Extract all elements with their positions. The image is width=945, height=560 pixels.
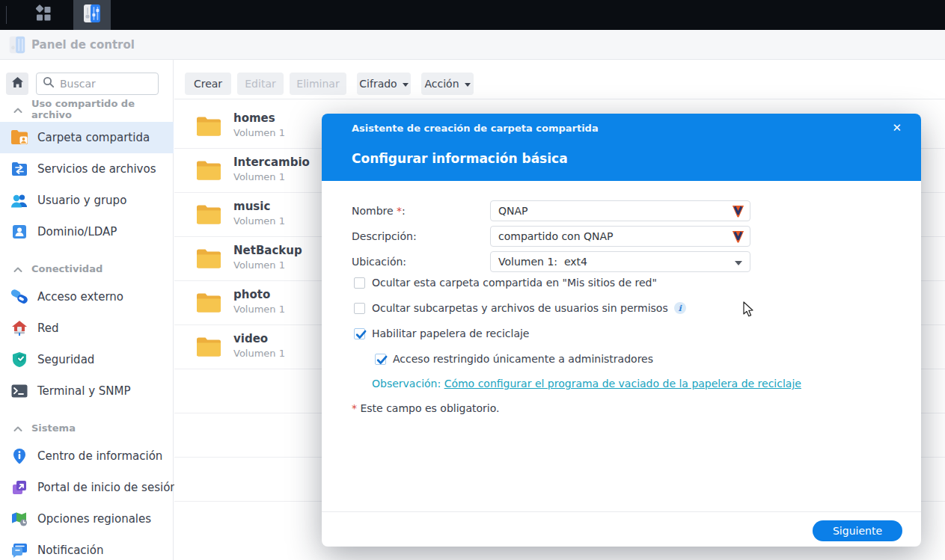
- file-services-icon: [10, 160, 28, 178]
- sidebar-item-notification[interactable]: Notificación: [0, 535, 174, 560]
- sidebar-item-shared-folder[interactable]: Carpeta compartida: [0, 122, 174, 153]
- sidebar-item-info-center[interactable]: Centro de información: [0, 440, 174, 472]
- apps-grid-icon: [34, 4, 52, 25]
- name-input[interactable]: QNAP: [490, 200, 750, 221]
- hide-subfolders-checkbox-row: Ocultar subcarpetas y archivos de usuari…: [354, 302, 686, 314]
- folder-volume: Volumen 1: [233, 171, 285, 182]
- taskbar-control-panel-button[interactable]: [73, 0, 111, 30]
- caret-down-icon: [465, 83, 471, 87]
- close-icon[interactable]: ✕: [889, 120, 905, 136]
- note-label: Observación:: [372, 378, 441, 390]
- sidebar-item-label: Portal de inicio de sesión: [37, 481, 177, 494]
- location-select[interactable]: Volumen 1: ext4: [490, 251, 750, 272]
- form-filler-extension-icon[interactable]: [731, 204, 745, 221]
- search-icon: [43, 76, 55, 91]
- page-title: Panel de control: [31, 38, 135, 52]
- home-button[interactable]: [6, 73, 28, 95]
- folder-name: photo: [233, 288, 270, 301]
- sidebar-item-label: Centro de información: [37, 449, 162, 463]
- sidebar-item-label: Acceso externo: [37, 290, 123, 304]
- sidebar-item-label: Servicios de archivos: [37, 162, 156, 176]
- control-panel-faded-icon: [7, 35, 27, 58]
- section-label: Uso compartido de archivo: [31, 98, 174, 120]
- search-input[interactable]: [60, 78, 142, 90]
- folder-icon: [196, 292, 221, 316]
- dialog-titlebar-text: Asistente de creación de carpeta compart…: [352, 123, 599, 134]
- folder-volume: Volumen 1: [233, 215, 285, 227]
- sidebar-item-file-services[interactable]: Servicios de archivos: [0, 153, 174, 185]
- action-dropdown-button[interactable]: Acción: [421, 73, 474, 95]
- caret-down-icon: [403, 83, 409, 87]
- delete-button[interactable]: Eliminar: [290, 73, 346, 95]
- sidebar-item-domain-ldap[interactable]: Dominio/LDAP: [0, 216, 174, 247]
- location-field-label: Ubicación:: [352, 256, 406, 268]
- regional-options-icon: [10, 510, 28, 528]
- folder-icon: [196, 204, 221, 228]
- sidebar-item-external-access[interactable]: Acceso externo: [0, 281, 174, 313]
- terminal-snmp-icon: [10, 382, 28, 400]
- search-box[interactable]: [36, 73, 159, 95]
- checkbox-unchecked[interactable]: [354, 277, 365, 289]
- folder-icon: [196, 248, 221, 272]
- sidebar-item-label: Terminal y SNMP: [37, 384, 131, 398]
- sidebar-item-label: Opciones regionales: [37, 512, 151, 526]
- taskbar-separator: [6, 6, 7, 24]
- hide-shared-folder-checkbox-row: Ocultar esta carpeta compartida en "Mis …: [354, 277, 657, 289]
- section-connectivity[interactable]: Conectividad: [0, 262, 174, 274]
- section-system[interactable]: Sistema: [0, 422, 174, 434]
- chevron-up-icon: [13, 421, 22, 435]
- home-icon: [11, 76, 24, 91]
- create-button[interactable]: Crear: [185, 73, 231, 95]
- required-field-note: * Este campo es obligatorio.: [352, 402, 500, 414]
- security-icon: [10, 351, 28, 369]
- folder-name: music: [233, 200, 270, 213]
- folder-name: homes: [233, 111, 275, 125]
- folder-icon: [196, 160, 221, 184]
- shared-folder-wizard-dialog: Asistente de creación de carpeta compart…: [322, 114, 921, 547]
- folder-volume: Volumen 1: [233, 259, 285, 271]
- window-header: Panel de control: [0, 30, 945, 60]
- name-field-label: Nombre *:: [352, 205, 406, 217]
- form-filler-extension-icon[interactable]: [731, 230, 745, 247]
- sidebar-item-user-group[interactable]: Usuario y grupo: [0, 185, 174, 216]
- section-label: Sistema: [31, 422, 76, 434]
- note-row: Observación: Cómo configurar el programa…: [372, 378, 801, 390]
- section-file-sharing[interactable]: Uso compartido de archivo: [0, 103, 174, 115]
- folder-volume: Volumen 1: [233, 348, 285, 359]
- toolbar-divider: [174, 99, 945, 99]
- info-center-icon: [10, 447, 28, 465]
- sidebar-item-regional-options[interactable]: Opciones regionales: [0, 503, 174, 535]
- encryption-dropdown-button[interactable]: Cifrado: [357, 73, 411, 95]
- sidebar-item-label: Seguridad: [37, 353, 94, 366]
- dialog-footer-divider: [322, 511, 921, 512]
- description-input[interactable]: compartido con QNAP: [490, 226, 750, 247]
- notification-icon: [10, 541, 28, 559]
- sidebar-item-label: Carpeta compartida: [37, 131, 150, 144]
- chevron-up-icon: [13, 262, 22, 276]
- checkbox-checked[interactable]: [375, 354, 386, 365]
- dialog-heading: Configurar información básica: [352, 151, 568, 166]
- checkbox-unchecked[interactable]: [354, 303, 365, 314]
- edit-button[interactable]: Editar: [237, 73, 284, 95]
- sidebar-item-label: Usuario y grupo: [37, 194, 126, 207]
- recycle-bin-help-link[interactable]: Cómo configurar el programa de vaciado d…: [444, 378, 801, 390]
- folder-name: NetBackup: [233, 244, 302, 257]
- sidebar-item-label: Dominio/LDAP: [37, 225, 117, 239]
- sidebar-item-login-portal[interactable]: Portal de inicio de sesión: [0, 472, 174, 503]
- next-button[interactable]: Siguiente: [813, 520, 902, 541]
- folder-icon: [196, 336, 221, 360]
- info-icon[interactable]: i: [674, 302, 686, 314]
- sidebar-item-terminal-snmp[interactable]: Terminal y SNMP: [0, 375, 174, 407]
- folder-icon: [196, 116, 221, 140]
- sidebar-item-security[interactable]: Seguridad: [0, 344, 174, 375]
- domain-ldap-icon: [10, 223, 28, 241]
- checkbox-checked[interactable]: [354, 328, 365, 339]
- folder-name: video: [233, 332, 268, 345]
- sidebar-item-network[interactable]: Red: [0, 313, 174, 344]
- sidebar: Uso compartido de archivo Carpeta compar…: [0, 60, 174, 560]
- section-label: Conectividad: [31, 263, 103, 274]
- folder-name: Intercambio: [233, 156, 310, 169]
- main-menu-button[interactable]: [25, 0, 61, 30]
- taskbar: [0, 0, 945, 30]
- control-panel-icon: [82, 3, 103, 27]
